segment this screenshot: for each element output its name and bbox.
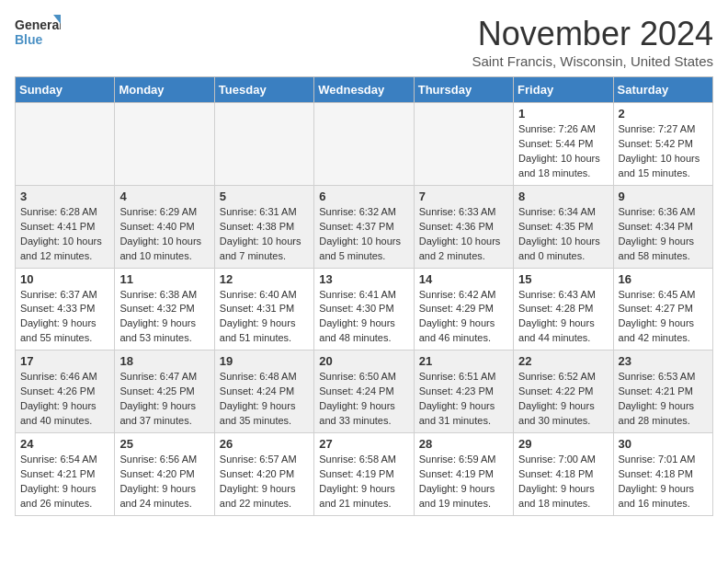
day-number: 21 (419, 354, 508, 368)
day-detail: Sunrise: 6:48 AMSunset: 4:24 PMDaylight:… (220, 370, 309, 429)
day-number: 8 (518, 190, 608, 203)
day-detail: Sunrise: 6:46 AMSunset: 4:26 PMDaylight:… (20, 370, 109, 429)
calendar-cell: 27Sunrise: 6:58 AMSunset: 4:19 PMDayligh… (314, 433, 414, 516)
logo: General Blue (15, 15, 61, 52)
calendar-cell: 15Sunrise: 6:43 AMSunset: 4:28 PMDayligh… (514, 268, 613, 350)
day-detail: Sunrise: 7:01 AMSunset: 4:18 PMDaylight:… (619, 453, 708, 511)
day-detail: Sunrise: 6:32 AMSunset: 4:37 PMDaylight:… (319, 205, 408, 264)
day-number: 3 (20, 190, 109, 203)
weekday-header-tuesday: Tuesday (214, 77, 313, 103)
calendar-cell: 21Sunrise: 6:51 AMSunset: 4:23 PMDayligh… (414, 350, 513, 433)
day-detail: Sunrise: 6:52 AMSunset: 4:22 PMDaylight:… (518, 370, 608, 429)
calendar-table: SundayMondayTuesdayWednesdayThursdayFrid… (15, 76, 713, 516)
calendar-cell: 12Sunrise: 6:40 AMSunset: 4:31 PMDayligh… (214, 268, 313, 350)
day-detail: Sunrise: 6:50 AMSunset: 4:24 PMDaylight:… (319, 370, 408, 429)
day-number: 19 (220, 354, 309, 368)
day-number: 18 (119, 354, 209, 368)
weekday-header-sunday: Sunday (16, 77, 115, 103)
day-number: 14 (419, 272, 508, 286)
day-detail: Sunrise: 6:40 AMSunset: 4:31 PMDaylight:… (220, 288, 309, 347)
day-detail: Sunrise: 7:26 AMSunset: 5:44 PMDaylight:… (518, 122, 608, 181)
calendar-cell (414, 103, 513, 186)
calendar-cell: 25Sunrise: 6:56 AMSunset: 4:20 PMDayligh… (115, 433, 214, 516)
day-number: 29 (518, 437, 608, 451)
day-detail: Sunrise: 6:42 AMSunset: 4:29 PMDaylight:… (419, 288, 508, 347)
day-detail: Sunrise: 6:41 AMSunset: 4:30 PMDaylight:… (319, 288, 408, 347)
weekday-header-thursday: Thursday (414, 77, 513, 103)
day-number: 10 (20, 272, 109, 286)
calendar-cell: 4Sunrise: 6:29 AMSunset: 4:40 PMDaylight… (115, 185, 214, 268)
day-number: 25 (119, 437, 209, 451)
calendar-cell (115, 103, 214, 186)
calendar-cell: 3Sunrise: 6:28 AMSunset: 4:41 PMDaylight… (16, 185, 115, 268)
calendar-cell: 10Sunrise: 6:37 AMSunset: 4:33 PMDayligh… (16, 268, 115, 350)
day-detail: Sunrise: 6:56 AMSunset: 4:20 PMDaylight:… (119, 453, 209, 511)
svg-text:General: General (15, 17, 61, 32)
calendar-cell: 9Sunrise: 6:36 AMSunset: 4:34 PMDaylight… (613, 185, 712, 268)
day-number: 15 (518, 272, 608, 286)
day-detail: Sunrise: 6:34 AMSunset: 4:35 PMDaylight:… (518, 205, 608, 264)
day-number: 16 (619, 272, 708, 286)
calendar-cell: 20Sunrise: 6:50 AMSunset: 4:24 PMDayligh… (314, 350, 414, 433)
day-detail: Sunrise: 6:59 AMSunset: 4:19 PMDaylight:… (419, 453, 508, 511)
weekday-header-wednesday: Wednesday (314, 77, 414, 103)
day-detail: Sunrise: 6:29 AMSunset: 4:40 PMDaylight:… (119, 205, 209, 264)
calendar-cell: 7Sunrise: 6:33 AMSunset: 4:36 PMDaylight… (414, 185, 513, 268)
page-header: General Blue November 2024 Saint Francis… (15, 15, 713, 69)
day-number: 23 (619, 354, 708, 368)
day-detail: Sunrise: 6:45 AMSunset: 4:27 PMDaylight:… (619, 288, 708, 347)
day-number: 7 (419, 190, 508, 203)
day-number: 30 (619, 437, 708, 451)
calendar-cell: 6Sunrise: 6:32 AMSunset: 4:37 PMDaylight… (314, 185, 414, 268)
calendar-cell: 13Sunrise: 6:41 AMSunset: 4:30 PMDayligh… (314, 268, 414, 350)
day-detail: Sunrise: 6:51 AMSunset: 4:23 PMDaylight:… (419, 370, 508, 429)
day-detail: Sunrise: 7:00 AMSunset: 4:18 PMDaylight:… (518, 453, 608, 511)
svg-text:Blue: Blue (15, 32, 43, 47)
calendar-cell: 30Sunrise: 7:01 AMSunset: 4:18 PMDayligh… (613, 433, 712, 516)
calendar-cell: 28Sunrise: 6:59 AMSunset: 4:19 PMDayligh… (414, 433, 513, 516)
calendar-cell: 8Sunrise: 6:34 AMSunset: 4:35 PMDaylight… (514, 185, 613, 268)
day-detail: Sunrise: 6:36 AMSunset: 4:34 PMDaylight:… (619, 205, 708, 264)
calendar-cell: 2Sunrise: 7:27 AMSunset: 5:42 PMDaylight… (613, 103, 712, 186)
day-detail: Sunrise: 6:28 AMSunset: 4:41 PMDaylight:… (20, 205, 109, 264)
day-detail: Sunrise: 6:38 AMSunset: 4:32 PMDaylight:… (119, 288, 209, 347)
calendar-cell: 19Sunrise: 6:48 AMSunset: 4:24 PMDayligh… (214, 350, 313, 433)
week-row-4: 17Sunrise: 6:46 AMSunset: 4:26 PMDayligh… (16, 350, 713, 433)
calendar-cell: 24Sunrise: 6:54 AMSunset: 4:21 PMDayligh… (16, 433, 115, 516)
day-detail: Sunrise: 6:58 AMSunset: 4:19 PMDaylight:… (319, 453, 408, 511)
calendar-cell: 17Sunrise: 6:46 AMSunset: 4:26 PMDayligh… (16, 350, 115, 433)
calendar-cell: 14Sunrise: 6:42 AMSunset: 4:29 PMDayligh… (414, 268, 513, 350)
day-number: 5 (220, 190, 309, 203)
title-area: November 2024 Saint Francis, Wisconsin, … (472, 15, 713, 69)
calendar-cell: 29Sunrise: 7:00 AMSunset: 4:18 PMDayligh… (514, 433, 613, 516)
calendar-cell: 1Sunrise: 7:26 AMSunset: 5:44 PMDaylight… (514, 103, 613, 186)
day-detail: Sunrise: 7:27 AMSunset: 5:42 PMDaylight:… (619, 122, 708, 181)
calendar-cell (16, 103, 115, 186)
day-number: 6 (319, 190, 408, 203)
day-number: 17 (20, 354, 109, 368)
day-number: 12 (220, 272, 309, 286)
calendar-cell: 18Sunrise: 6:47 AMSunset: 4:25 PMDayligh… (115, 350, 214, 433)
logo-icon: General Blue (15, 15, 61, 52)
day-number: 11 (119, 272, 209, 286)
day-number: 28 (419, 437, 508, 451)
day-number: 4 (119, 190, 209, 203)
day-detail: Sunrise: 6:33 AMSunset: 4:36 PMDaylight:… (419, 205, 508, 264)
calendar-cell: 26Sunrise: 6:57 AMSunset: 4:20 PMDayligh… (214, 433, 313, 516)
day-detail: Sunrise: 6:57 AMSunset: 4:20 PMDaylight:… (220, 453, 309, 511)
day-detail: Sunrise: 6:37 AMSunset: 4:33 PMDaylight:… (20, 288, 109, 347)
calendar-cell: 16Sunrise: 6:45 AMSunset: 4:27 PMDayligh… (613, 268, 712, 350)
calendar-cell (314, 103, 414, 186)
day-number: 2 (619, 107, 708, 121)
day-number: 20 (319, 354, 408, 368)
calendar-cell: 23Sunrise: 6:53 AMSunset: 4:21 PMDayligh… (613, 350, 712, 433)
day-detail: Sunrise: 6:53 AMSunset: 4:21 PMDaylight:… (619, 370, 708, 429)
day-number: 26 (220, 437, 309, 451)
day-detail: Sunrise: 6:47 AMSunset: 4:25 PMDaylight:… (119, 370, 209, 429)
calendar-cell (214, 103, 313, 186)
weekday-header-friday: Friday (514, 77, 613, 103)
calendar-cell: 22Sunrise: 6:52 AMSunset: 4:22 PMDayligh… (514, 350, 613, 433)
day-detail: Sunrise: 6:54 AMSunset: 4:21 PMDaylight:… (20, 453, 109, 511)
day-number: 22 (518, 354, 608, 368)
day-number: 24 (20, 437, 109, 451)
